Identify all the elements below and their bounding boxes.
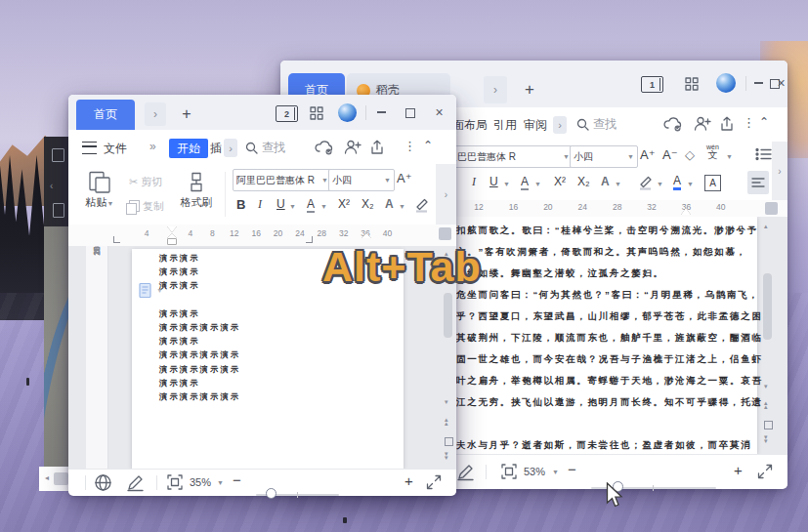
grow-font-button[interactable]: A⁺ [397,171,412,185]
outline-font-button[interactable]: A [385,197,394,211]
zoom-in-button[interactable]: + [404,472,413,489]
font-name-combo[interactable]: 阿里巴巴普惠体 R▼ [233,169,332,191]
vscroll-thumb[interactable] [763,273,772,340]
cloud-sync-icon[interactable] [662,115,684,133]
more-options-icon[interactable]: ⋮ [404,139,416,153]
scroll-down-icon[interactable]: ▾ [764,383,768,390]
clear-format-button[interactable]: ◇ [685,147,695,162]
next-page-icon[interactable]: ▾▾ [445,452,448,460]
close-button[interactable]: × [775,74,787,92]
underline-button[interactable]: U [489,175,498,188]
window-tabs-icon[interactable]: 1 [641,76,663,93]
font-size-combo[interactable]: 小四▼ [570,145,638,168]
paste-button[interactable]: 粘贴▼ [80,170,119,219]
subscript-button[interactable]: X₂ [361,197,374,211]
zoom-out-button[interactable]: − [233,471,241,488]
tab-home[interactable]: 首页 [76,100,135,130]
new-tab-button[interactable]: + [176,102,197,126]
zoom-in-button[interactable]: + [734,462,743,478]
search-box[interactable]: 查找 [576,116,617,133]
window-tabs-icon[interactable]: 2 [276,105,298,122]
left-indent-box-marker[interactable] [168,239,176,244]
shrink-font-button[interactable]: A⁻ [662,147,678,162]
search-box[interactable]: 查找 [245,140,285,156]
close-button[interactable]: × [433,103,446,121]
new-tab-button[interactable]: + [518,76,541,103]
edit-pencil-icon[interactable] [456,463,475,481]
invite-user-icon[interactable] [344,140,361,155]
front-window[interactable]: 首页 › + 2 × 文件 » 开始 插 › 查找 ⋮ [68,95,456,495]
back-vscrollbar[interactable]: ▴ ▾ ▴▴ ▾▾ [760,217,776,454]
menu-item-review[interactable]: 审阅 [524,117,547,134]
edit-pencil-icon[interactable] [126,473,145,492]
sliver-hscrollbar[interactable]: ◂ [39,467,70,491]
ruler-toggle-icon[interactable] [765,202,778,215]
select-browse-object-icon[interactable] [764,421,773,430]
subscript-button[interactable]: X₂ [577,175,590,188]
zoom-level-value[interactable]: 35% [190,476,211,488]
menu-overflow-button[interactable]: › [224,139,237,157]
first-line-indent-marker[interactable] [167,226,177,232]
superscript-button[interactable]: X² [338,197,350,211]
underline-button[interactable]: U [276,197,285,211]
italic-button[interactable]: I [258,197,262,212]
collapse-ribbon-icon[interactable]: ⌃ [759,115,769,129]
prev-page-icon[interactable]: ▴▴ [764,401,768,409]
tab-overflow-button[interactable]: › [145,102,166,126]
scroll-down-icon[interactable]: ▾ [445,398,448,406]
zoom-caret[interactable]: ▼ [217,479,224,486]
prev-page-icon[interactable]: ▴▴ [445,418,448,426]
toolbar-expand-strip[interactable]: › [436,164,456,225]
menu-item-file[interactable]: 文件 [104,141,127,157]
font-size-combo[interactable]: 小四▼ [328,169,395,191]
collapse-ribbon-icon[interactable]: ⌃ [423,139,433,152]
grow-font-button[interactable]: A⁺ [640,147,656,162]
toolbar-expand-strip[interactable]: › [772,142,787,200]
menu-more-chevrons[interactable]: » [149,140,156,153]
minimize-button[interactable] [751,75,765,91]
paragraph-doc-icon[interactable] [138,282,154,299]
highlight-pen-icon[interactable] [638,174,655,190]
font-color-button[interactable]: A [673,174,681,190]
bold-button[interactable]: B [236,197,245,212]
fit-page-icon[interactable] [167,474,183,490]
scroll-left-icon[interactable]: ◂ [45,473,49,482]
italic-button[interactable]: I [472,175,476,189]
zoom-slider-knob[interactable] [266,488,276,499]
share-icon[interactable] [719,116,736,132]
select-browse-object-icon[interactable] [445,437,453,446]
cut-button[interactable]: ✂ 剪切 [129,172,162,189]
menu-item-pagelayout[interactable]: 面布局 [452,117,488,134]
menu-item-references[interactable]: 引用 [493,117,517,134]
workspace-grid-icon[interactable] [684,76,700,92]
bullet-list-icon[interactable] [755,147,773,161]
maximize-button[interactable] [404,106,417,120]
align-left-button[interactable] [747,171,769,194]
ruler-toggle-icon[interactable] [439,227,451,240]
char-border-button[interactable]: A [704,175,721,191]
share-icon[interactable] [369,140,386,155]
hscroll-thumb[interactable] [54,472,68,485]
fullscreen-icon[interactable] [757,464,773,479]
tab-overflow-button[interactable]: › [484,76,507,103]
outline-font-button[interactable]: A [601,175,610,188]
menu-item-start-active[interactable]: 开始 [169,139,208,158]
zoom-level-value[interactable]: 53% [524,466,545,477]
superscript-button[interactable]: X² [554,175,566,188]
right-indent-marker[interactable] [361,233,371,238]
user-avatar[interactable] [716,73,736,93]
vscroll-thumb[interactable] [444,293,452,338]
fit-page-icon[interactable] [501,464,517,479]
more-options-icon[interactable]: ⋮ [743,115,755,130]
menu-overflow-button[interactable]: › [553,116,567,134]
menu-item-insert-clipped[interactable]: 插 [210,141,222,157]
highlight-pen-icon[interactable] [414,196,431,213]
char-scale-button[interactable]: A [307,197,315,213]
fullscreen-icon[interactable] [426,474,442,490]
right-indent-marker[interactable] [681,208,691,215]
char-scale-button[interactable]: A [521,175,529,190]
web-layout-globe-icon[interactable] [94,473,112,492]
invite-user-icon[interactable] [694,116,711,132]
hamburger-menu-icon[interactable] [82,142,97,154]
zoom-caret[interactable]: ▼ [552,469,559,475]
